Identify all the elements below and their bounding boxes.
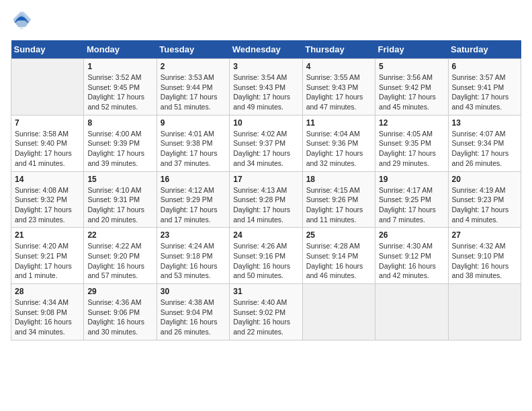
day-number: 7 [15, 118, 80, 128]
day-number: 9 [161, 118, 226, 128]
calendar-cell: 5Sunrise: 3:56 AMSunset: 9:42 PMDaylight… [375, 59, 448, 116]
day-number: 29 [87, 287, 152, 296]
day-number: 25 [306, 230, 371, 240]
calendar-week-row: 28Sunrise: 4:34 AMSunset: 9:08 PMDayligh… [11, 284, 521, 340]
calendar-cell: 8Sunrise: 4:00 AMSunset: 9:39 PMDaylight… [84, 115, 157, 171]
day-info: Sunrise: 4:32 AMSunset: 9:10 PMDaylight:… [452, 241, 517, 281]
day-number: 19 [379, 175, 444, 184]
calendar-week-row: 21Sunrise: 4:20 AMSunset: 9:21 PMDayligh… [11, 228, 521, 284]
calendar-cell: 14Sunrise: 4:08 AMSunset: 9:32 PMDayligh… [11, 171, 84, 228]
calendar-cell: 13Sunrise: 4:07 AMSunset: 9:34 PMDayligh… [448, 115, 521, 171]
day-number: 22 [87, 230, 152, 240]
calendar-cell [302, 284, 375, 340]
day-info: Sunrise: 4:01 AMSunset: 9:38 PMDaylight:… [161, 129, 226, 169]
day-number: 16 [161, 175, 226, 184]
calendar-cell: 6Sunrise: 3:57 AMSunset: 9:41 PMDaylight… [448, 59, 521, 116]
day-info: Sunrise: 3:54 AMSunset: 9:43 PMDaylight:… [233, 73, 298, 112]
day-header-friday: Friday [375, 40, 448, 59]
calendar-cell [448, 284, 521, 340]
day-info: Sunrise: 4:36 AMSunset: 9:06 PMDaylight:… [87, 298, 152, 337]
calendar-cell: 10Sunrise: 4:02 AMSunset: 9:37 PMDayligh… [230, 115, 302, 171]
day-number: 11 [306, 118, 371, 128]
day-number: 5 [379, 62, 444, 71]
day-number: 1 [87, 62, 152, 71]
day-info: Sunrise: 4:26 AMSunset: 9:16 PMDaylight:… [233, 241, 298, 281]
day-info: Sunrise: 4:10 AMSunset: 9:31 PMDaylight:… [87, 185, 152, 225]
day-info: Sunrise: 3:58 AMSunset: 9:40 PMDaylight:… [15, 129, 80, 169]
calendar-cell: 30Sunrise: 4:38 AMSunset: 9:04 PMDayligh… [157, 284, 229, 340]
day-header-tuesday: Tuesday [157, 40, 229, 59]
day-number: 14 [15, 175, 80, 184]
day-header-saturday: Saturday [448, 40, 521, 59]
calendar-cell: 7Sunrise: 3:58 AMSunset: 9:40 PMDaylight… [11, 115, 84, 171]
calendar-cell: 9Sunrise: 4:01 AMSunset: 9:38 PMDaylight… [157, 115, 229, 171]
day-header-monday: Monday [84, 40, 157, 59]
day-header-thursday: Thursday [302, 40, 375, 59]
day-info: Sunrise: 4:19 AMSunset: 9:23 PMDaylight:… [452, 185, 517, 225]
calendar-cell: 22Sunrise: 4:22 AMSunset: 9:20 PMDayligh… [84, 228, 157, 284]
day-info: Sunrise: 4:13 AMSunset: 9:28 PMDaylight:… [233, 185, 298, 225]
day-info: Sunrise: 4:08 AMSunset: 9:32 PMDaylight:… [15, 185, 80, 225]
calendar-cell: 21Sunrise: 4:20 AMSunset: 9:21 PMDayligh… [11, 228, 84, 284]
calendar-cell: 29Sunrise: 4:36 AMSunset: 9:06 PMDayligh… [84, 284, 157, 340]
day-number: 23 [161, 230, 226, 240]
calendar-week-row: 14Sunrise: 4:08 AMSunset: 9:32 PMDayligh… [11, 171, 521, 228]
day-info: Sunrise: 4:02 AMSunset: 9:37 PMDaylight:… [233, 129, 298, 169]
day-info: Sunrise: 4:00 AMSunset: 9:39 PMDaylight:… [87, 129, 152, 169]
day-info: Sunrise: 4:34 AMSunset: 9:08 PMDaylight:… [15, 298, 80, 337]
calendar-cell: 2Sunrise: 3:53 AMSunset: 9:44 PMDaylight… [157, 59, 229, 116]
calendar-cell: 17Sunrise: 4:13 AMSunset: 9:28 PMDayligh… [230, 171, 302, 228]
day-number: 20 [452, 175, 517, 184]
day-info: Sunrise: 4:07 AMSunset: 9:34 PMDaylight:… [452, 129, 517, 169]
day-number: 26 [379, 230, 444, 240]
calendar-cell: 28Sunrise: 4:34 AMSunset: 9:08 PMDayligh… [11, 284, 84, 340]
day-info: Sunrise: 4:12 AMSunset: 9:29 PMDaylight:… [161, 185, 226, 225]
day-info: Sunrise: 4:05 AMSunset: 9:35 PMDaylight:… [379, 129, 444, 169]
day-info: Sunrise: 4:22 AMSunset: 9:20 PMDaylight:… [87, 241, 152, 281]
day-header-sunday: Sunday [11, 40, 84, 59]
calendar-week-row: 7Sunrise: 3:58 AMSunset: 9:40 PMDaylight… [11, 115, 521, 171]
calendar-cell: 15Sunrise: 4:10 AMSunset: 9:31 PMDayligh… [84, 171, 157, 228]
day-number: 13 [452, 118, 517, 128]
calendar-cell: 25Sunrise: 4:28 AMSunset: 9:14 PMDayligh… [302, 228, 375, 284]
calendar-cell: 31Sunrise: 4:40 AMSunset: 9:02 PMDayligh… [230, 284, 302, 340]
calendar-cell: 26Sunrise: 4:30 AMSunset: 9:12 PMDayligh… [375, 228, 448, 284]
day-number: 12 [379, 118, 444, 128]
day-info: Sunrise: 3:57 AMSunset: 9:41 PMDaylight:… [452, 73, 517, 112]
day-info: Sunrise: 4:30 AMSunset: 9:12 PMDaylight:… [379, 241, 444, 281]
day-info: Sunrise: 4:28 AMSunset: 9:14 PMDaylight:… [306, 241, 371, 281]
calendar-cell: 23Sunrise: 4:24 AMSunset: 9:18 PMDayligh… [157, 228, 229, 284]
day-number: 3 [233, 62, 298, 71]
day-info: Sunrise: 3:53 AMSunset: 9:44 PMDaylight:… [161, 73, 226, 112]
day-number: 31 [233, 287, 298, 296]
calendar-cell: 24Sunrise: 4:26 AMSunset: 9:16 PMDayligh… [230, 228, 302, 284]
day-number: 15 [87, 175, 152, 184]
calendar-cell [375, 284, 448, 340]
calendar-cell: 27Sunrise: 4:32 AMSunset: 9:10 PMDayligh… [448, 228, 521, 284]
day-info: Sunrise: 4:17 AMSunset: 9:25 PMDaylight:… [379, 185, 444, 225]
day-info: Sunrise: 4:15 AMSunset: 9:26 PMDaylight:… [306, 185, 371, 225]
day-info: Sunrise: 3:55 AMSunset: 9:43 PMDaylight:… [306, 73, 371, 112]
day-number: 18 [306, 175, 371, 184]
day-number: 27 [452, 230, 517, 240]
day-header-wednesday: Wednesday [230, 40, 302, 59]
day-info: Sunrise: 4:04 AMSunset: 9:36 PMDaylight:… [306, 129, 371, 169]
calendar-header-row: SundayMondayTuesdayWednesdayThursdayFrid… [11, 40, 521, 59]
day-number: 17 [233, 175, 298, 184]
day-number: 2 [161, 62, 226, 71]
day-info: Sunrise: 4:24 AMSunset: 9:18 PMDaylight:… [161, 241, 226, 281]
day-number: 8 [87, 118, 152, 128]
day-number: 10 [233, 118, 298, 128]
logo-icon [11, 11, 32, 32]
day-info: Sunrise: 3:56 AMSunset: 9:42 PMDaylight:… [379, 73, 444, 112]
calendar-cell: 3Sunrise: 3:54 AMSunset: 9:43 PMDaylight… [230, 59, 302, 116]
calendar-cell [11, 59, 84, 116]
day-number: 21 [15, 230, 80, 240]
calendar-cell: 4Sunrise: 3:55 AMSunset: 9:43 PMDaylight… [302, 59, 375, 116]
day-number: 28 [15, 287, 80, 296]
day-info: Sunrise: 3:52 AMSunset: 9:45 PMDaylight:… [87, 73, 152, 112]
calendar-cell: 18Sunrise: 4:15 AMSunset: 9:26 PMDayligh… [302, 171, 375, 228]
day-number: 6 [452, 62, 517, 71]
calendar-cell: 16Sunrise: 4:12 AMSunset: 9:29 PMDayligh… [157, 171, 229, 228]
calendar-table: SundayMondayTuesdayWednesdayThursdayFrid… [11, 40, 521, 340]
